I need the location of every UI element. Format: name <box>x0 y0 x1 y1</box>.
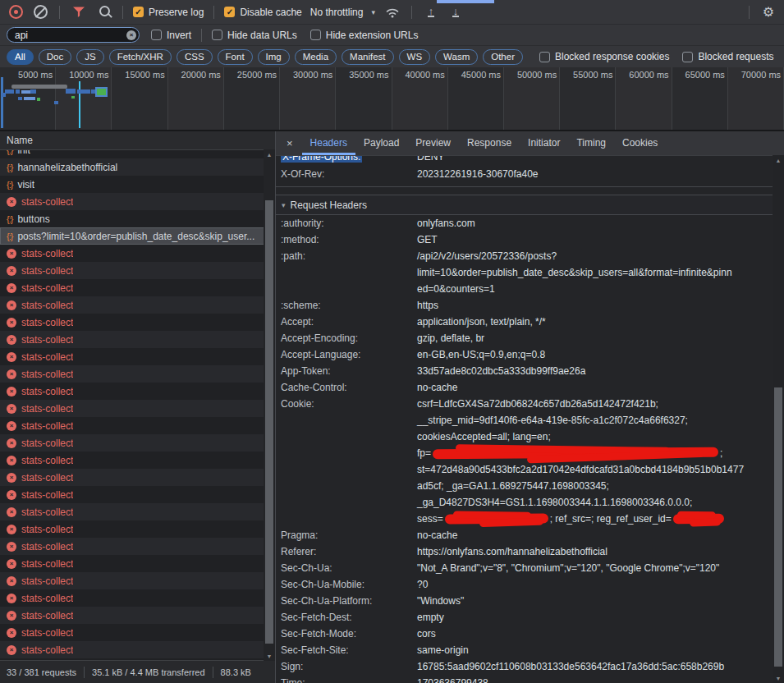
toolbar-divider <box>122 6 123 19</box>
header-row: Accept-Encoding:gzip, deflate, br <box>276 330 773 346</box>
tab-headers[interactable]: Headers <box>302 131 355 155</box>
request-row[interactable]: ×stats-collect <box>0 262 275 279</box>
request-row[interactable]: ×stats-collect <box>0 469 275 486</box>
tab-response[interactable]: Response <box>459 131 520 155</box>
type-filter-media[interactable]: Media <box>295 49 337 65</box>
request-row[interactable]: ×stats-collect <box>0 383 275 400</box>
scrollbar-thumb[interactable] <box>265 200 273 644</box>
request-row[interactable]: ×stats-collect <box>0 538 275 555</box>
request-row[interactable]: ×stats-collect <box>0 503 275 520</box>
request-row[interactable]: ×stats-collect <box>0 193 275 210</box>
header-name: Sign: <box>281 658 417 675</box>
checkbox-checked[interactable]: ✓ <box>133 7 144 17</box>
request-row[interactable]: ×stats-collect <box>0 331 275 348</box>
request-row[interactable]: ×stats-collect <box>0 245 275 262</box>
search-button[interactable] <box>94 3 112 21</box>
redaction-scribble <box>433 447 718 459</box>
type-filter-img[interactable]: Img <box>258 49 290 65</box>
request-row[interactable]: ×stats-collect <box>0 279 275 296</box>
record-button[interactable] <box>7 3 25 21</box>
request-row[interactable]: ×stats-collect <box>0 624 275 641</box>
type-filter-all[interactable]: All <box>7 49 34 65</box>
scroll-up-icon[interactable]: ▲ <box>776 155 782 165</box>
details-scrollbar[interactable]: ▲ ▼ <box>773 155 784 683</box>
checkbox-unchecked[interactable] <box>310 30 321 40</box>
request-row[interactable]: ×stats-collect <box>0 348 275 365</box>
request-row[interactable]: ×stats-collect <box>0 486 275 503</box>
header-row: X-Of-Rev: 202312261916-30670fa40e <box>276 166 773 182</box>
header-name: Pragma: <box>281 527 417 543</box>
request-row[interactable]: {:}hannahelizabethofficial <box>0 158 275 176</box>
checkbox-unchecked[interactable] <box>212 30 222 40</box>
import-har-button[interactable]: ↑ <box>422 3 440 21</box>
type-filter-css[interactable]: CSS <box>177 49 213 65</box>
header-row: Pragma:no-cache <box>276 527 773 543</box>
tab-timing[interactable]: Timing <box>568 131 614 155</box>
request-row[interactable]: ×stats-collect <box>0 520 275 538</box>
tab-preview[interactable]: Preview <box>407 131 459 155</box>
scroll-down-icon[interactable]: ▼ <box>776 673 782 683</box>
header-value: https://onlyfans.com/hannahelizabethoffi… <box>417 543 773 560</box>
scroll-up-icon[interactable]: ▲ <box>267 149 273 159</box>
clear-filter-icon[interactable]: × <box>126 30 136 40</box>
request-row[interactable]: ×stats-collect <box>0 555 275 572</box>
request-row[interactable]: ×stats-collect <box>0 641 275 658</box>
scroll-down-icon[interactable]: ▼ <box>267 651 273 661</box>
settings-button[interactable]: ⚙ <box>759 3 777 21</box>
tab-initiator[interactable]: Initiator <box>520 131 568 155</box>
request-row[interactable]: {:}init <box>0 150 275 158</box>
preserve-log-toggle[interactable]: ✓ Preserve log <box>133 7 204 18</box>
request-row[interactable]: {:}buttons <box>0 210 275 227</box>
disable-cache-toggle[interactable]: ✓ Disable cache <box>224 7 301 18</box>
request-row[interactable]: ×stats-collect <box>0 452 275 469</box>
hide-data-urls-toggle[interactable]: Hide data URLs <box>212 30 297 41</box>
type-filter-font[interactable]: Font <box>218 49 253 65</box>
request-row[interactable]: ×stats-collect <box>0 434 275 452</box>
checkbox-checked[interactable]: ✓ <box>224 7 235 17</box>
checkbox-unchecked[interactable] <box>151 30 162 40</box>
request-row[interactable]: ×stats-collect <box>0 589 275 607</box>
request-row[interactable]: ×stats-collect <box>0 607 275 624</box>
type-filter-doc[interactable]: Doc <box>39 49 71 65</box>
export-har-button[interactable]: ↓ <box>447 3 465 21</box>
request-row[interactable]: ×stats-collect <box>0 572 275 589</box>
type-filter-other[interactable]: Other <box>483 49 523 65</box>
name-column-header[interactable]: Name <box>0 131 275 150</box>
json-file-icon: {:} <box>7 214 12 224</box>
request-row[interactable]: ×stats-collect <box>0 365 275 383</box>
filter-input[interactable] <box>7 27 140 43</box>
close-details-button[interactable]: × <box>277 137 302 149</box>
type-filter-fetch-xhr[interactable]: Fetch/XHR <box>109 49 172 65</box>
overview-selection-handle[interactable] <box>1 77 3 128</box>
checkbox-unchecked[interactable] <box>539 52 550 62</box>
clear-button[interactable] <box>31 3 49 21</box>
network-overview-timeline[interactable]: 5000 ms10000 ms15000 ms20000 ms25000 ms3… <box>0 67 784 131</box>
tab-cookies[interactable]: Cookies <box>614 131 666 155</box>
request-list-scrollbar[interactable]: ▲ ▼ <box>264 149 275 661</box>
throttling-select[interactable]: No throttling ▾ <box>309 5 377 20</box>
request-row[interactable]: {:}visit <box>0 176 275 193</box>
request-row[interactable]: {:}posts?limit=10&order=publish_date_des… <box>0 227 275 245</box>
type-filter-js[interactable]: JS <box>76 49 103 65</box>
header-name: :authority: <box>281 215 417 231</box>
request-row[interactable]: ×stats-collect <box>0 296 275 314</box>
tab-payload[interactable]: Payload <box>355 131 407 155</box>
type-filter-ws[interactable]: WS <box>399 49 431 65</box>
request-row[interactable]: ×stats-collect <box>0 400 275 417</box>
hide-extension-urls-toggle[interactable]: Hide extension URLs <box>310 30 419 41</box>
type-filter-wasm[interactable]: Wasm <box>435 49 478 65</box>
network-conditions-button[interactable] <box>383 3 401 21</box>
advanced-filter-blocked-requests[interactable]: Blocked requests <box>682 51 773 62</box>
filter-toggle-button[interactable] <box>70 3 88 21</box>
request-row[interactable]: ×stats-collect <box>0 314 275 331</box>
scrollbar-thumb[interactable] <box>774 387 782 667</box>
scrollbar-track[interactable] <box>264 159 275 651</box>
invert-filter-toggle[interactable]: Invert <box>151 30 191 41</box>
checkbox-unchecked[interactable] <box>682 52 693 62</box>
request-row[interactable]: ×stats-collect <box>0 417 275 434</box>
section-title: Request Headers <box>291 199 367 211</box>
type-filter-manifest[interactable]: Manifest <box>342 49 393 65</box>
request-headers-section-header[interactable]: ▾ Request Headers <box>276 195 773 215</box>
scrollbar-track[interactable] <box>773 165 784 673</box>
advanced-filter-blocked-response-cookies[interactable]: Blocked response cookies <box>539 51 669 62</box>
